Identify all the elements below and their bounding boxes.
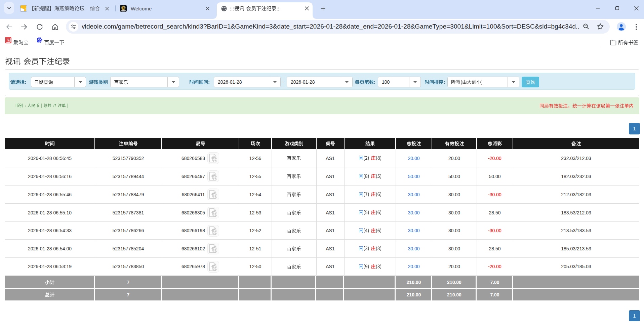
svg-text:du: du: [38, 40, 41, 42]
